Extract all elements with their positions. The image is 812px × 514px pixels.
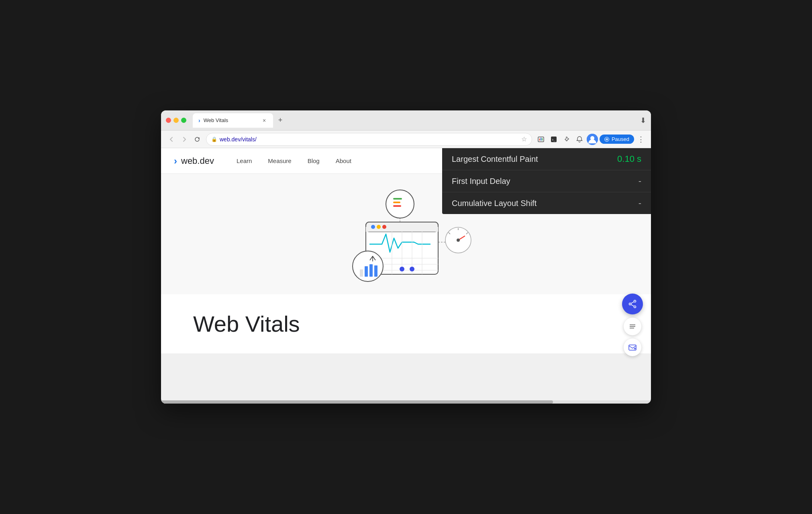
svg-rect-2 (541, 138, 541, 141)
logo-text: web.dev (181, 156, 214, 166)
svg-point-32 (410, 267, 414, 271)
window-controls: ⬇ (640, 116, 646, 125)
svg-rect-36 (369, 264, 373, 277)
nav-blog[interactable]: Blog (301, 154, 326, 167)
nav-about[interactable]: About (329, 154, 358, 167)
svg-point-43 (634, 306, 636, 308)
forward-button[interactable] (179, 134, 190, 145)
profile-avatar[interactable] (587, 134, 598, 145)
tab-title: Web Vitals (204, 117, 258, 123)
share-button[interactable] (622, 294, 643, 314)
traffic-lights (166, 118, 186, 123)
ext-cls-row: Cumulative Layout Shift - (442, 192, 651, 214)
svg-rect-10 (607, 138, 608, 140)
ext-fid-value: - (639, 176, 641, 186)
extensions-icon[interactable] (561, 134, 572, 145)
active-tab[interactable]: › Web Vitals × (193, 113, 273, 128)
ext-lcp-row: Largest Contentful Paint 0.10 s (442, 148, 651, 170)
paused-label: Paused (612, 136, 629, 142)
share-fab (622, 294, 643, 356)
svg-text:›_: ›_ (552, 138, 556, 142)
maximize-window-button[interactable] (181, 118, 186, 123)
ext-fid-row: First Input Delay - (442, 170, 651, 192)
svg-point-44 (629, 303, 631, 305)
browser-window: › Web Vitals × + ⬇ (161, 110, 651, 404)
address-bar[interactable]: 🔒 web.dev/vitals/ ☆ (206, 133, 532, 146)
address-text: web.dev/vitals/ (220, 136, 519, 143)
nav-learn[interactable]: Learn (230, 154, 258, 167)
bookmark-icon[interactable]: ☆ (521, 135, 527, 143)
refresh-button[interactable] (192, 134, 203, 145)
svg-point-22 (377, 225, 381, 229)
svg-rect-37 (374, 265, 377, 277)
paused-badge[interactable]: Paused (600, 135, 634, 144)
svg-rect-3 (542, 138, 543, 141)
svg-point-41 (457, 239, 460, 242)
svg-point-23 (382, 225, 386, 229)
back-button[interactable] (166, 134, 177, 145)
svg-rect-35 (365, 266, 368, 277)
site-logo: › web.dev (174, 155, 214, 167)
new-tab-button[interactable]: + (275, 115, 286, 126)
svg-point-31 (400, 267, 404, 271)
svg-point-21 (371, 225, 375, 229)
svg-rect-34 (360, 269, 363, 277)
tab-close-button[interactable]: × (261, 117, 267, 124)
ext-cls-value: - (639, 198, 641, 208)
scrollbar-thumb[interactable] (161, 400, 553, 404)
svg-rect-20 (366, 227, 438, 232)
nav-right-buttons: ›_ (535, 133, 646, 145)
site-nav: Learn Measure Blog About (230, 154, 358, 167)
subscribe-button[interactable] (624, 339, 641, 356)
svg-rect-17 (393, 205, 401, 207)
svg-line-45 (631, 302, 634, 303)
svg-point-8 (604, 137, 609, 141)
svg-point-14 (386, 190, 414, 218)
page-scrollbar[interactable] (161, 400, 651, 404)
svg-rect-9 (606, 138, 606, 140)
page-content: › web.dev Learn Measure Blog About Searc… (161, 148, 651, 400)
page-bottom: Web Vitals (161, 294, 651, 353)
tab-favicon-icon: › (198, 117, 200, 124)
svg-rect-16 (393, 202, 400, 203)
cast-icon: ⬇ (640, 116, 646, 124)
extension-1-icon[interactable] (535, 134, 547, 145)
svg-point-33 (353, 251, 383, 281)
close-window-button[interactable] (166, 118, 171, 123)
svg-line-46 (631, 304, 634, 306)
ext-lcp-label: Largest Contentful Paint (452, 155, 538, 164)
svg-rect-1 (539, 139, 540, 141)
menu-button[interactable]: ⋮ (636, 133, 646, 145)
logo-icon: › (174, 155, 177, 167)
lock-icon: 🔒 (211, 137, 217, 142)
tab-bar: › Web Vitals × + (193, 113, 637, 128)
list-button[interactable] (624, 318, 641, 335)
svg-rect-15 (393, 198, 402, 200)
ext-cls-label: Cumulative Layout Shift (452, 199, 537, 208)
nav-measure[interactable]: Measure (261, 154, 298, 167)
nav-arrows (166, 134, 203, 145)
page-title: Web Vitals (193, 310, 619, 337)
notification-icon[interactable] (574, 134, 585, 145)
ext-lcp-value: 0.10 s (617, 154, 641, 164)
extension-popup: Largest Contentful Paint 0.10 s First In… (442, 148, 651, 214)
minimize-window-button[interactable] (173, 118, 179, 123)
nav-bar: 🔒 web.dev/vitals/ ☆ ›_ (161, 131, 651, 148)
svg-point-42 (634, 300, 636, 302)
ext-fid-label: First Input Delay (452, 177, 510, 186)
title-bar: › Web Vitals × + ⬇ (161, 110, 651, 131)
extension-2-icon[interactable]: ›_ (548, 134, 559, 145)
